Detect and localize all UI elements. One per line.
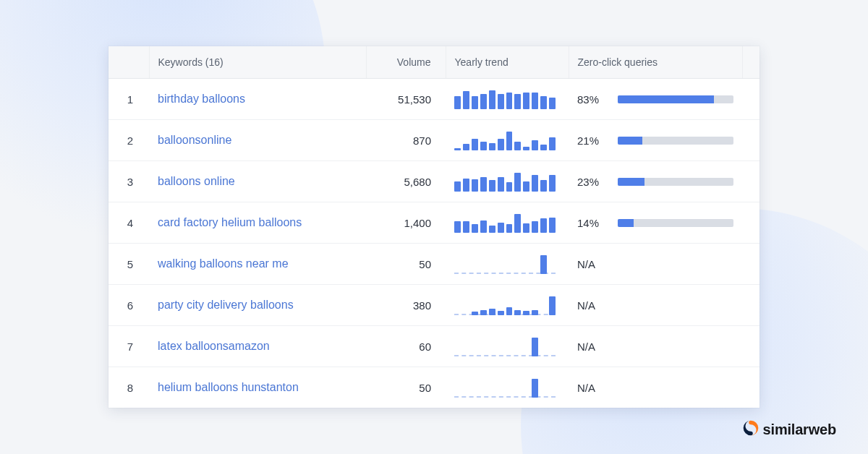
sparkline-bar bbox=[540, 180, 547, 192]
rank-cell: 3 bbox=[109, 161, 149, 202]
similarweb-logo: similarweb bbox=[743, 420, 836, 440]
keyword-cell: party city delivery balloons bbox=[149, 285, 366, 326]
sparkline-bar bbox=[489, 355, 495, 356]
table-row[interactable]: 5walking balloons near me50N/A bbox=[109, 244, 760, 285]
sparkline-bar bbox=[498, 177, 504, 192]
trend-cell bbox=[446, 120, 569, 161]
sparkline-bar bbox=[532, 379, 538, 398]
sparkline-bar bbox=[506, 396, 513, 398]
volume-cell: 870 bbox=[366, 120, 446, 161]
sparkline-bar bbox=[540, 255, 547, 274]
pad-cell bbox=[742, 161, 760, 202]
keyword-link[interactable]: walking balloons near me bbox=[158, 257, 289, 270]
col-header-zero-click[interactable]: Zero-click queries bbox=[569, 46, 742, 79]
table-row[interactable]: 8helium balloons hunstanton50N/A bbox=[109, 367, 760, 408]
table-row[interactable]: 3balloons online5,68023% bbox=[109, 161, 760, 202]
sparkline-bar bbox=[472, 312, 478, 315]
sparkline-bar bbox=[506, 307, 513, 315]
rank-cell: 4 bbox=[109, 202, 149, 244]
sparkline-bar bbox=[523, 181, 529, 192]
sparkline-bar bbox=[454, 148, 461, 150]
trend-cell bbox=[446, 285, 569, 326]
sparkline-bar bbox=[480, 355, 487, 356]
zero-click-cell: 23% bbox=[569, 161, 742, 202]
keyword-link[interactable]: card factory helium balloons bbox=[158, 216, 302, 228]
zero-click-value: N/A bbox=[577, 258, 608, 270]
pad-cell bbox=[742, 202, 760, 244]
col-header-trend[interactable]: Yearly trend bbox=[446, 46, 569, 79]
sparkline-bar bbox=[506, 355, 513, 356]
keyword-link[interactable]: balloons online bbox=[158, 175, 235, 187]
sparkline-bar bbox=[523, 355, 529, 356]
zero-click-bar bbox=[618, 178, 733, 186]
sparkline-bar bbox=[463, 314, 469, 315]
sparkline-bar bbox=[463, 91, 469, 109]
sparkline-bar bbox=[506, 93, 513, 109]
zero-click-value: 23% bbox=[577, 176, 608, 188]
zero-click-cell: N/A bbox=[569, 326, 742, 367]
zero-click-value: N/A bbox=[577, 299, 608, 312]
sparkline-bar bbox=[514, 310, 521, 315]
sparkline-bar bbox=[514, 173, 521, 192]
sparkline-bar bbox=[454, 181, 461, 192]
table-row[interactable]: 7latex balloonsamazon60N/A bbox=[109, 326, 760, 367]
rank-cell: 8 bbox=[109, 367, 149, 408]
keyword-link[interactable]: latex balloonsamazon bbox=[158, 340, 270, 352]
table-row[interactable]: 4card factory helium balloons1,40014% bbox=[109, 202, 760, 244]
keyword-link[interactable]: birthday balloons bbox=[158, 93, 245, 105]
sparkline-bar bbox=[472, 224, 478, 233]
pad-cell bbox=[742, 285, 760, 326]
zero-click-cell: N/A bbox=[569, 244, 742, 285]
trend-sparkline bbox=[454, 171, 556, 192]
keyword-link[interactable]: party city delivery balloons bbox=[158, 299, 294, 311]
sparkline-bar bbox=[523, 311, 529, 315]
col-header-rank[interactable] bbox=[109, 46, 149, 79]
sparkline-bar bbox=[472, 396, 478, 398]
col-header-keywords[interactable]: Keywords (16) bbox=[149, 46, 366, 79]
sparkline-bar bbox=[506, 132, 513, 150]
trend-sparkline bbox=[454, 213, 556, 233]
zero-click-cell: N/A bbox=[569, 285, 742, 326]
sparkline-bar bbox=[463, 273, 469, 274]
pad-cell bbox=[742, 367, 760, 408]
sparkline-bar bbox=[454, 221, 461, 233]
sparkline-bar bbox=[523, 396, 529, 398]
sparkline-bar bbox=[489, 180, 495, 192]
zero-click-value: 21% bbox=[577, 134, 608, 147]
table-row[interactable]: 1birthday balloons51,53083% bbox=[109, 79, 760, 120]
keyword-link[interactable]: balloonsonline bbox=[158, 134, 231, 146]
sparkline-bar bbox=[498, 139, 504, 150]
volume-cell: 51,530 bbox=[366, 79, 446, 120]
zero-click-value: 14% bbox=[577, 217, 608, 229]
table-header-row: Keywords (16) Volume Yearly trend Zero-c… bbox=[109, 46, 760, 79]
volume-cell: 60 bbox=[366, 326, 446, 367]
sparkline-bar bbox=[532, 338, 538, 356]
sparkline-bar bbox=[549, 396, 556, 398]
sparkline-bar bbox=[514, 273, 521, 274]
sparkline-bar bbox=[532, 310, 538, 315]
table-row[interactable]: 2balloonsonline87021% bbox=[109, 120, 760, 161]
sparkline-bar bbox=[506, 273, 513, 274]
keyword-link[interactable]: helium balloons hunstanton bbox=[158, 381, 299, 393]
zero-click-cell: 21% bbox=[569, 120, 742, 161]
sparkline-bar bbox=[532, 140, 538, 150]
sparkline-bar bbox=[489, 309, 495, 315]
sparkline-bar bbox=[514, 214, 521, 233]
sparkline-bar bbox=[472, 273, 478, 274]
sparkline-bar bbox=[523, 223, 529, 233]
keywords-table: Keywords (16) Volume Yearly trend Zero-c… bbox=[109, 46, 760, 408]
sparkline-bar bbox=[540, 96, 547, 109]
sparkline-bar bbox=[489, 396, 495, 398]
rank-cell: 5 bbox=[109, 244, 149, 285]
table-row[interactable]: 6party city delivery balloons380N/A bbox=[109, 285, 760, 326]
sparkline-bar bbox=[498, 396, 504, 398]
sparkline-bar bbox=[472, 96, 478, 109]
sparkline-bar bbox=[454, 273, 461, 274]
sparkline-bar bbox=[480, 94, 487, 109]
sparkline-bar bbox=[540, 396, 547, 398]
sparkline-bar bbox=[454, 355, 461, 356]
sparkline-bar bbox=[523, 93, 529, 109]
col-header-volume[interactable]: Volume bbox=[366, 46, 446, 79]
pad-cell bbox=[742, 120, 760, 161]
zero-click-value: N/A bbox=[577, 382, 608, 394]
